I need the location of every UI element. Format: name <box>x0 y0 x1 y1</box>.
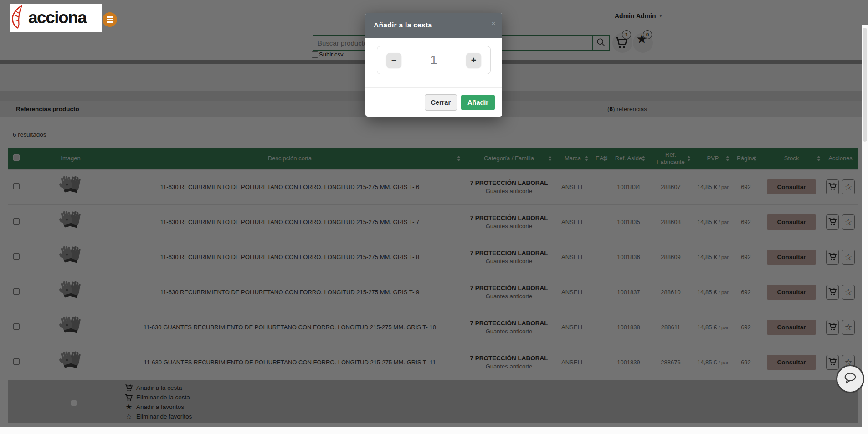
cancel-button[interactable]: Cerrar <box>425 94 457 111</box>
close-icon[interactable]: × <box>491 20 496 27</box>
modal-header: Añadir a la cesta × <box>365 13 502 38</box>
page: Admin Admin▼ Subir csv 1 ★ 0 Referencias… <box>0 0 868 434</box>
modal-footer: Cerrar Añadir <box>365 87 502 117</box>
quantity-stepper: − 1 + <box>377 46 491 74</box>
leaf-icon <box>10 4 26 31</box>
quantity-value[interactable]: 1 <box>430 53 437 67</box>
submit-button[interactable]: Añadir <box>461 95 495 110</box>
quantity-decrease-button[interactable]: − <box>386 53 401 68</box>
horizontal-scrollbar[interactable] <box>0 427 868 434</box>
brand-name: acciona <box>28 8 86 27</box>
chat-button[interactable] <box>836 365 864 393</box>
hamburger-menu-button[interactable] <box>103 12 117 27</box>
chat-bubble-icon <box>843 371 858 387</box>
modal-title: Añadir a la cesta <box>374 21 432 29</box>
brand-logo[interactable]: acciona <box>10 4 102 32</box>
quantity-increase-button[interactable]: + <box>466 53 481 68</box>
add-to-cart-modal: Añadir a la cesta × − 1 + Cerrar Añadir <box>365 13 502 117</box>
